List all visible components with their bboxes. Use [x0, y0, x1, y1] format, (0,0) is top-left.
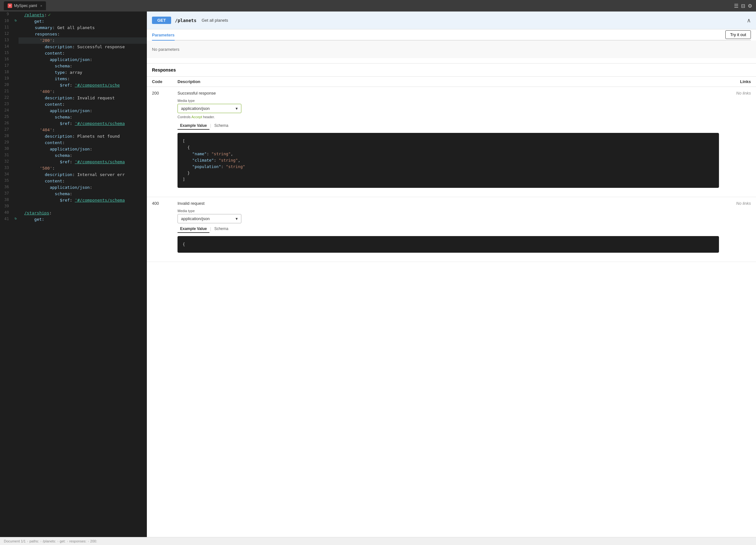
- breadcrumb-item: get:: [60, 539, 65, 543]
- no-parameters-message: No parameters: [147, 41, 756, 58]
- line-number: 35: [0, 178, 13, 183]
- line-number: 25: [0, 114, 13, 119]
- ref-link[interactable]: '#/components/schema: [75, 159, 125, 164]
- col-code-header: Code: [152, 79, 178, 84]
- method-badge: GET: [152, 17, 171, 24]
- line-content: application/json:: [19, 146, 147, 152]
- settings-icon[interactable]: ⚙: [748, 3, 752, 9]
- editor-line: 17 schema:: [0, 63, 147, 69]
- ref-link[interactable]: '#/components/schema: [75, 198, 125, 202]
- breadcrumb-item: Document 1/1: [4, 539, 26, 543]
- line-content: content:: [19, 178, 147, 184]
- line-content: schema:: [19, 152, 147, 159]
- check-icon: ✓: [48, 12, 50, 17]
- editor-line: 40 /starships:: [0, 210, 147, 216]
- line-number: 19: [0, 76, 13, 80]
- editor-line: 18 type: array: [0, 69, 147, 76]
- path-link[interactable]: /planets: [24, 12, 44, 17]
- split-view-icon[interactable]: ⊟: [741, 3, 745, 9]
- line-number: 29: [0, 140, 13, 144]
- example-value-tab-400[interactable]: Example Value: [178, 225, 209, 233]
- line-number: 23: [0, 101, 13, 106]
- line-number: 38: [0, 197, 13, 202]
- line-number: 28: [0, 133, 13, 138]
- schema-tab-400[interactable]: Schema: [212, 225, 231, 233]
- editor-line: 38 $ref: '#/components/schema: [0, 197, 147, 203]
- example-value-tab[interactable]: Example Value: [178, 122, 209, 130]
- editor-line: 14 description: Successful response: [0, 44, 147, 50]
- line-content: '400':: [19, 88, 147, 95]
- path-link[interactable]: /starships: [24, 210, 49, 215]
- line-number: 18: [0, 69, 13, 74]
- media-type-dropdown-200[interactable]: application/json ▾: [178, 104, 241, 113]
- line-number: 41: [0, 216, 13, 221]
- main-content: 9 /planets:✓ 10 ↻ get: 11 summary: Get a…: [0, 11, 756, 537]
- editor-line: 20 $ref: '#/components/sche: [0, 82, 147, 88]
- editor-line: 31 schema:: [0, 152, 147, 159]
- media-type-dropdown-400[interactable]: application/json ▾: [178, 214, 241, 223]
- line-content: summary: Get all planets: [19, 25, 147, 31]
- line-content: $ref: '#/components/schema: [19, 197, 147, 203]
- editor-tab[interactable]: Y MySpec.yaml ×: [4, 1, 46, 10]
- editor-line: 33 '500':: [0, 165, 147, 171]
- editor-line: 16 application/json:: [0, 57, 147, 63]
- line-content: description: Internal server err: [19, 171, 147, 178]
- dropdown-arrow-icon: ▾: [236, 216, 238, 221]
- line-number: 30: [0, 146, 13, 151]
- response-desc-area: Invalid request Media type application/j…: [178, 201, 719, 255]
- response-row-400: 400 Invalid request Media type applicati…: [147, 197, 756, 262]
- line-number: 31: [0, 152, 13, 157]
- editor-line: 26 $ref: '#/components/schema: [0, 120, 147, 127]
- editor-line: 32 $ref: '#/components/schema: [0, 159, 147, 165]
- editor-line: 13 '200':: [0, 37, 147, 44]
- response-row-header: 200 Successful response Media type appli…: [152, 91, 751, 190]
- breadcrumb-separator: ›: [88, 539, 89, 543]
- editor-panel: 9 /planets:✓ 10 ↻ get: 11 summary: Get a…: [0, 11, 147, 537]
- endpoint-path: /planets: [175, 18, 196, 23]
- line-content: /planets:✓: [19, 11, 147, 18]
- line-content: /starships:: [19, 210, 147, 216]
- line-number: 15: [0, 50, 13, 55]
- editor-line: 22 description: Invalid request: [0, 95, 147, 101]
- line-content: items:: [19, 76, 147, 82]
- tab-close-button[interactable]: ×: [40, 4, 42, 8]
- line-content: schema:: [19, 114, 147, 120]
- editor-line: 9 /planets:✓: [0, 11, 147, 18]
- response-row-200: 200 Successful response Media type appli…: [147, 87, 756, 197]
- endpoint-summary: Get all planets: [201, 18, 228, 23]
- example-code-block-400: {: [178, 236, 719, 253]
- line-number: 26: [0, 120, 13, 125]
- col-links-header: Links: [719, 79, 751, 84]
- line-number: 14: [0, 44, 13, 49]
- parameters-tab[interactable]: Parameters: [152, 29, 175, 41]
- line-number: 9: [0, 11, 13, 16]
- editor-lines: 9 /planets:✓ 10 ↻ get: 11 summary: Get a…: [0, 11, 147, 223]
- dropdown-arrow-icon: ▾: [236, 106, 238, 111]
- breadcrumb-separator: ›: [27, 539, 28, 543]
- file-type-icon: Y: [8, 4, 12, 8]
- no-links-200: No links: [719, 91, 751, 190]
- line-number: 36: [0, 184, 13, 189]
- response-row-header: 400 Invalid request Media type applicati…: [152, 201, 751, 255]
- menu-icon[interactable]: ☰: [734, 3, 738, 9]
- breadcrumb: Document 1/1 › paths: › /planets: › get:…: [0, 537, 756, 545]
- line-number: 11: [0, 25, 13, 29]
- editor-line: 37 schema:: [0, 191, 147, 197]
- line-icon: ↻: [13, 18, 19, 22]
- try-it-out-button[interactable]: Try it out: [725, 30, 751, 39]
- response-code-400: 400: [152, 201, 178, 255]
- schema-tab[interactable]: Schema: [212, 122, 231, 130]
- collapse-button[interactable]: ∧: [747, 17, 751, 24]
- line-number: 33: [0, 165, 13, 170]
- responses-header: Responses: [147, 63, 756, 76]
- ref-link[interactable]: '#/components/sche: [75, 83, 120, 87]
- ref-link[interactable]: '#/components/schema: [75, 121, 125, 126]
- line-content: schema:: [19, 191, 147, 197]
- responses-table-header: Code Description Links: [147, 76, 756, 87]
- line-number: 27: [0, 127, 13, 132]
- line-content: '500':: [19, 165, 147, 171]
- media-type-label: Media type: [178, 99, 719, 102]
- tab-separator: |: [209, 225, 212, 233]
- line-number: 22: [0, 95, 13, 100]
- editor-line: 23 content:: [0, 101, 147, 108]
